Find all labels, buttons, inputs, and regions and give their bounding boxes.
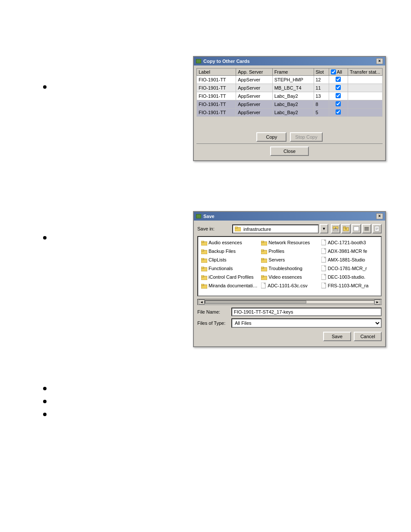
- list-item[interactable]: Video essences: [260, 273, 319, 281]
- file-item-name: Audio essences: [209, 240, 242, 245]
- cell-transfer: [348, 84, 383, 92]
- list-item[interactable]: iControl Card Profiles: [200, 273, 259, 281]
- table-spacer: [196, 117, 383, 130]
- list-item[interactable]: Servers: [260, 256, 319, 264]
- bullet-5: [43, 413, 47, 416]
- list-item[interactable]: Troubleshooting: [260, 264, 319, 272]
- file-grid-container: Audio essences Network Resources ADC-172…: [197, 236, 382, 296]
- scroll-thumb[interactable]: [205, 301, 306, 303]
- toolbar-new-folder-icon[interactable]: +: [341, 224, 351, 233]
- scroll-left-arrow[interactable]: ◄: [199, 299, 205, 305]
- file-item-name: FRS-1103-MCR_ra: [328, 283, 369, 288]
- list-item[interactable]: DCO-1781-MCR_r: [320, 264, 379, 272]
- folder-icon: [261, 241, 267, 246]
- cell-frame: STEPH_HMP: [272, 76, 314, 84]
- save-in-folder-icon: [235, 227, 241, 231]
- folder-icon: [201, 275, 207, 280]
- row-checkbox[interactable]: [336, 109, 341, 115]
- copy-dialog-title: Copy to Other Cards: [203, 59, 250, 64]
- file-item-name: ClipLists: [209, 257, 227, 262]
- copy-button[interactable]: Copy: [256, 132, 286, 142]
- folder-icon: [261, 258, 267, 263]
- row-checkbox[interactable]: [336, 85, 341, 90]
- svg-rect-31: [261, 258, 264, 260]
- cell-transfer: [348, 109, 383, 117]
- files-of-type-row: Files of Type: All Files: [197, 318, 382, 328]
- folder-icon: [201, 249, 207, 254]
- save-dialog-title-left: Save: [196, 214, 215, 219]
- row-checkbox[interactable]: [336, 77, 341, 82]
- cell-transfer: [348, 100, 383, 109]
- cell-app-server: AppServer: [236, 84, 272, 92]
- list-item[interactable]: ClipLists: [200, 256, 259, 264]
- list-item[interactable]: AMX-1881-Studio: [320, 256, 379, 264]
- files-of-type-select[interactable]: All Files: [231, 318, 382, 328]
- cell-label: FIO-1901-TT: [197, 84, 236, 92]
- stop-copy-button[interactable]: Stop Copy: [290, 132, 322, 142]
- save-button[interactable]: Save: [323, 332, 351, 341]
- row-checkbox[interactable]: [336, 101, 341, 106]
- cell-slot: 11: [314, 84, 329, 92]
- file-item-name: DEC-1003-studio.: [328, 274, 365, 280]
- list-item[interactable]: Network Resources: [260, 239, 319, 246]
- cell-checkbox[interactable]: [329, 76, 348, 84]
- cell-frame: Labc_Bay2: [272, 100, 314, 109]
- file-item-name: Functionals: [209, 266, 233, 271]
- toolbar-properties-icon[interactable]: [372, 224, 382, 233]
- toolbar-up-icon[interactable]: [331, 224, 340, 233]
- list-item[interactable]: Backup Files: [200, 247, 259, 255]
- save-dialog-titlebar: Save ×: [194, 212, 385, 221]
- file-item-name: Network Resources: [268, 240, 310, 245]
- cell-checkbox[interactable]: [329, 92, 348, 100]
- cell-transfer: [348, 76, 383, 84]
- all-checkbox-header[interactable]: [331, 69, 336, 75]
- horizontal-scrollbar[interactable]: ◄ ►: [197, 299, 382, 305]
- list-item[interactable]: Functionals: [200, 264, 259, 272]
- scroll-track[interactable]: [205, 300, 374, 304]
- toolbar-list-view-icon[interactable]: [352, 224, 361, 233]
- file-item-name: Miranda documentation: [209, 283, 258, 288]
- folder-icon: [201, 284, 207, 289]
- svg-rect-47: [201, 284, 204, 286]
- list-item[interactable]: Audio essences: [200, 239, 259, 246]
- svg-rect-8: [354, 227, 359, 231]
- list-item[interactable]: DEC-1003-studio.: [320, 273, 379, 281]
- file-item-name: ADC-1101-63c.csv: [268, 283, 307, 288]
- save-in-dropdown-arrow[interactable]: ▼: [320, 224, 328, 233]
- file-name-input[interactable]: [231, 308, 382, 316]
- cell-label: FIO-1901-TT: [197, 76, 236, 84]
- list-item[interactable]: ADC-1721-booth3: [320, 239, 379, 246]
- cell-checkbox[interactable]: [329, 84, 348, 92]
- file-grid: Audio essences Network Resources ADC-172…: [200, 239, 379, 289]
- row-checkbox[interactable]: [336, 93, 341, 98]
- svg-rect-37: [261, 267, 264, 268]
- save-in-input[interactable]: infrastructure: [232, 224, 319, 233]
- copy-dialog-content: Label App. Server Frame Slot All Transfe…: [194, 65, 385, 160]
- svg-rect-17: [201, 241, 204, 243]
- cancel-button[interactable]: Cancel: [354, 332, 382, 341]
- cell-frame: Labc_Bay2: [272, 92, 314, 100]
- folder-icon: [201, 241, 207, 246]
- files-of-type-label: Files of Type:: [197, 320, 230, 326]
- copy-dialog-icon: [196, 59, 201, 63]
- list-item[interactable]: ADX-3981-MCR fe: [320, 247, 379, 255]
- col-app-server: App. Server: [236, 68, 272, 76]
- list-item[interactable]: Miranda documentation: [200, 282, 259, 289]
- list-item[interactable]: FRS-1103-MCR_ra: [320, 282, 379, 289]
- cell-checkbox[interactable]: [329, 100, 348, 109]
- table-row: FIO-1901-TT AppServer Labc_Bay2 5: [197, 109, 383, 117]
- col-frame: Frame: [272, 68, 314, 76]
- copy-dialog-close-button[interactable]: ×: [376, 58, 383, 64]
- col-all: All: [329, 68, 348, 76]
- list-item[interactable]: ADC-1101-63c.csv: [260, 282, 319, 289]
- file-item-name: Troubleshooting: [268, 266, 302, 271]
- cell-app-server: AppServer: [236, 100, 272, 109]
- close-button[interactable]: Close: [270, 146, 309, 156]
- cell-checkbox[interactable]: [329, 109, 348, 117]
- save-dialog-close-button[interactable]: ×: [376, 213, 383, 219]
- scroll-right-arrow[interactable]: ►: [374, 299, 380, 305]
- toolbar-details-view-icon[interactable]: [362, 224, 371, 233]
- save-toolbar-icons: +: [331, 224, 382, 233]
- svg-text:+: +: [345, 227, 347, 230]
- list-item[interactable]: Profiles: [260, 247, 319, 255]
